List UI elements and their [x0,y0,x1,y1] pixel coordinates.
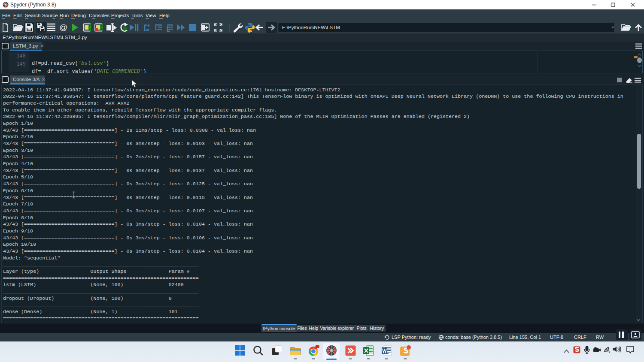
svg-text:E:\PythonRun\NEW\LSTM: E:\PythonRun\NEW\LSTM [282,25,340,30]
svg-text:@: @ [59,23,67,32]
